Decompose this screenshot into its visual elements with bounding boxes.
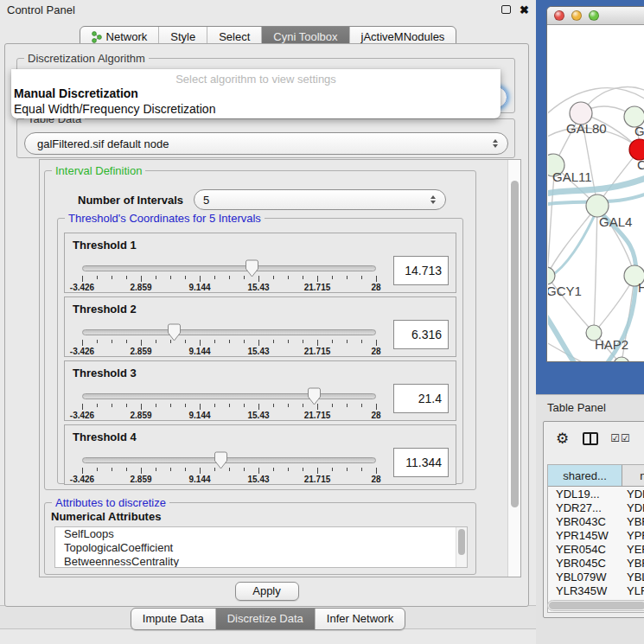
node-label: GAL4: [599, 214, 632, 229]
node-gcy1[interactable]: [548, 267, 555, 284]
algorithm-option[interactable]: Manual Discretization: [11, 86, 501, 101]
threshold-panel: Threshold 4 -3.4262.8599.14415.4321.7152…: [64, 424, 456, 485]
interval-definition-group: Interval Definition Number of Intervals …: [44, 170, 476, 490]
node-label: GCY1: [548, 284, 582, 298]
settings-vertical-scrollbar[interactable]: [507, 160, 520, 577]
table-cell: YBR0: [622, 557, 644, 571]
network-graph[interactable]: GAL80GCGAL11GAL4GCY1HHAP2: [548, 26, 644, 362]
tab-label: Cyni Toolbox: [273, 30, 337, 43]
close-button[interactable]: [554, 10, 564, 21]
node-label: G: [634, 124, 644, 138]
table-row[interactable]: YBL079WYBL0: [548, 571, 644, 584]
network-icon: [92, 31, 102, 43]
threshold-panel: Threshold 2 -3.4262.8599.14415.4321.7152…: [64, 296, 456, 357]
list-scrollbar[interactable]: [456, 527, 467, 567]
apply-button[interactable]: Apply: [235, 582, 299, 601]
threshold-label: Threshold 3: [73, 367, 137, 379]
tab-label: Infer Network: [327, 612, 393, 625]
control-panel-titlebar: Control Panel ✖: [0, 0, 536, 19]
table-cell: YLR3: [622, 584, 644, 598]
table-horizontal-scrollbar[interactable]: [547, 600, 644, 611]
float-window-icon[interactable]: [501, 5, 511, 14]
cyni-toolbox-content: Discretization Algorithm Select algorith…: [4, 43, 529, 607]
minimize-button[interactable]: [571, 10, 582, 21]
attribute-item[interactable]: SelfLoops: [55, 527, 467, 541]
tab-impute-data[interactable]: Impute Data: [131, 609, 215, 629]
table-row[interactable]: YBR043CYBR0: [548, 515, 644, 529]
numerical-attributes-list[interactable]: SelfLoopsTopologicalCoefficientBetweenne…: [54, 526, 468, 568]
checkbox-icons[interactable]: ☑☑: [610, 432, 631, 444]
slider-tick-labels: -3.4262.8599.14415.4321.71528: [82, 347, 376, 356]
table-row[interactable]: YDL19...YDL1: [548, 488, 644, 501]
threshold-value-field[interactable]: 21.4: [393, 384, 449, 413]
zoom-button[interactable]: [589, 10, 599, 21]
algorithm-dropdown-popup: Select algorithm to view settings Manual…: [11, 69, 501, 118]
table-row[interactable]: YBR045CYBR0: [548, 557, 644, 571]
attribute-item[interactable]: TopologicalCoefficient: [55, 541, 467, 555]
attributes-group: Attributes to discretize Numerical Attri…: [44, 502, 476, 575]
bottom-tab-row: Impute DataDiscretize DataInfer Network: [0, 608, 536, 630]
table-data-group: Table Data galFiltered.sif default node: [16, 118, 515, 158]
bottom-tab-bar: Impute DataDiscretize DataInfer Network: [131, 608, 405, 630]
table-cell: YBL0: [622, 571, 644, 584]
threshold-value-field[interactable]: 6.316: [393, 320, 449, 349]
column-header[interactable]: na: [622, 465, 644, 487]
node-label: C: [637, 157, 644, 172]
attribute-item[interactable]: BetweennessCentrality: [55, 555, 467, 568]
table-data-combobox[interactable]: galFiltered.sif default node: [24, 132, 508, 155]
screen: Control Panel ✖ NetworkStyleSelectCyni T…: [0, 0, 644, 644]
table-cell: YDL1: [622, 488, 644, 501]
network-canvas[interactable]: GAL80GCGAL11GAL4GCY1HHAP2: [548, 26, 644, 362]
discretization-algorithm-label: Discretization Algorithm: [24, 52, 149, 65]
close-icon[interactable]: ✖: [520, 4, 529, 16]
threshold-label: Threshold 4: [73, 430, 137, 443]
combo-stepper-icon: [493, 139, 498, 148]
number-of-intervals-combobox[interactable]: 5: [194, 189, 446, 210]
tab-discretize-data[interactable]: Discretize Data: [215, 609, 315, 629]
threshold-value-field[interactable]: 14.713: [393, 256, 449, 285]
tab-label: jActiveMNodules: [361, 30, 445, 43]
table-hscrollbar-thumb[interactable]: [549, 602, 644, 609]
threshold-slider[interactable]: [82, 457, 376, 463]
threshold-panel: Threshold 3 -3.4262.8599.14415.4321.7152…: [64, 360, 456, 421]
table-row[interactable]: YLR345WYLR3: [548, 584, 644, 598]
slider-tick-labels: -3.4262.8599.14415.4321.71528: [82, 411, 376, 420]
slider-tick-labels: -3.4262.8599.14415.4321.71528: [82, 475, 376, 484]
table-row[interactable]: YDR27...YDR2: [548, 501, 644, 515]
threshold-label: Threshold 1: [73, 239, 137, 252]
table-cell: YBR045C: [548, 557, 622, 571]
gear-icon[interactable]: ⚙: [556, 430, 569, 448]
tab-label: Discretize Data: [227, 612, 303, 625]
algorithm-hint: Select algorithm to view settings: [11, 69, 501, 86]
table-cell: YLR345W: [548, 584, 622, 598]
columns-icon[interactable]: [583, 432, 598, 445]
network-window-titlebar: [547, 7, 644, 25]
list-scrollbar-thumb[interactable]: [458, 529, 465, 555]
tab-infer-network[interactable]: Infer Network: [315, 609, 405, 629]
control-panel: Control Panel ✖ NetworkStyleSelectCyni T…: [0, 0, 536, 644]
tab-label: Network: [106, 30, 148, 43]
settings-scrollbar-thumb[interactable]: [511, 181, 519, 507]
panel-title: Control Panel: [7, 3, 75, 16]
table-cell: YBR043C: [548, 515, 622, 529]
threshold-value-field[interactable]: 11.344: [393, 448, 449, 477]
table-header: shared...na: [548, 465, 644, 487]
table-row[interactable]: YER054CYER0: [548, 543, 644, 557]
network-view-frame: GAL80GCGAL11GAL4GCY1HHAP2: [536, 0, 644, 394]
threshold-slider[interactable]: [82, 265, 376, 271]
threshold-slider[interactable]: [82, 393, 376, 399]
table-cell: YER0: [622, 543, 644, 557]
interval-definition-label: Interval Definition: [52, 164, 145, 177]
thresholds-group: Threshold's Coordinates for 5 Intervals …: [57, 218, 463, 484]
threshold-slider[interactable]: [82, 329, 376, 335]
tab-label: Style: [170, 30, 195, 43]
table-cell: YPR145W: [548, 529, 622, 543]
algorithm-option[interactable]: Equal Width/Frequency Discretization: [11, 101, 501, 117]
column-header[interactable]: shared...: [548, 465, 622, 487]
number-of-intervals-value: 5: [194, 194, 430, 207]
node-bottom[interactable]: [614, 357, 629, 362]
node-label: HAP2: [595, 337, 628, 352]
network-window: GAL80GCGAL11GAL4GCY1HHAP2: [546, 6, 644, 362]
table-row[interactable]: YPR145WYPR1: [548, 529, 644, 543]
node-table[interactable]: shared...na YDL19...YDL1YDR27...YDR2YBR0…: [547, 464, 644, 613]
